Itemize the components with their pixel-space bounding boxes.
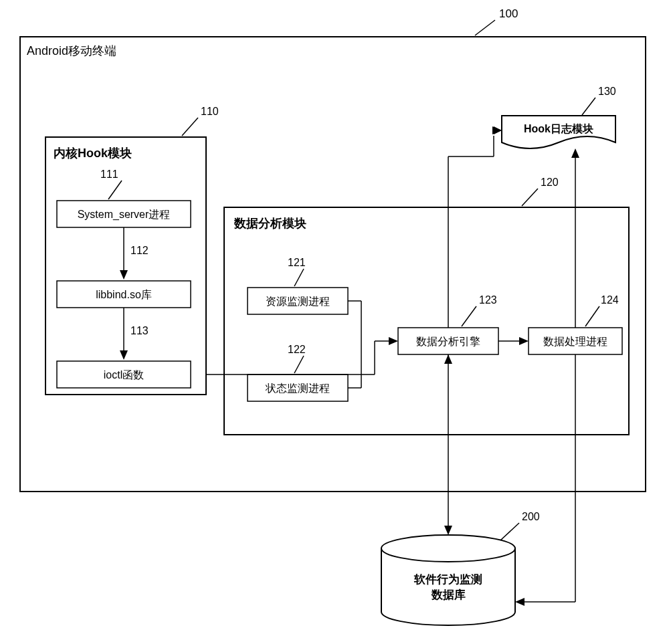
b124-text: 数据处理进程 (543, 336, 607, 347)
svg-line-14 (500, 523, 519, 540)
db-num: 200 (522, 511, 540, 522)
svg-marker-37 (571, 148, 579, 158)
svg-line-0 (475, 20, 495, 35)
b112-text: libbind.so库 (96, 289, 152, 300)
svg-marker-32 (492, 126, 502, 134)
db-text-l2: 数据库 (431, 588, 466, 601)
svg-marker-26 (444, 526, 452, 535)
b121-text: 资源监测进程 (266, 296, 330, 307)
b113-text: ioctl函数 (104, 369, 144, 381)
log-text: Hook日志模块 (524, 123, 593, 134)
svg-marker-6 (120, 350, 128, 360)
log-num: 130 (598, 86, 616, 97)
svg-point-13 (381, 535, 515, 562)
svg-line-8 (294, 269, 304, 286)
svg-line-9 (294, 356, 304, 373)
svg-line-11 (585, 306, 599, 326)
b122-text: 状态监测进程 (265, 383, 330, 394)
svg-line-1 (182, 118, 198, 136)
svg-marker-35 (515, 598, 524, 606)
b123-text: 数据分析引擎 (416, 336, 480, 347)
svg-line-12 (582, 98, 595, 115)
svg-marker-18 (389, 337, 398, 345)
data-analysis-module (224, 207, 629, 435)
svg-marker-24 (519, 337, 529, 345)
db-text-l1: 软件行为监测 (413, 573, 482, 586)
outer-title: Android移动终端 (27, 44, 116, 58)
svg-line-2 (108, 181, 122, 199)
svg-marker-27 (444, 354, 452, 364)
kernel-title: 内核Hook模块 (54, 146, 132, 160)
b122-num: 122 (288, 344, 306, 355)
b121-num: 121 (288, 257, 306, 268)
svg-marker-4 (120, 270, 128, 280)
kernel-num: 110 (201, 106, 219, 117)
b112-num: 112 (130, 245, 149, 256)
data-num: 120 (541, 177, 559, 188)
b124-num: 124 (601, 294, 619, 306)
svg-line-7 (522, 189, 538, 206)
outer-container (20, 37, 646, 492)
data-title: 数据分析模块 (233, 217, 306, 230)
behavior-db: 软件行为监测 数据库 (381, 535, 515, 625)
b113-num: 113 (130, 325, 149, 336)
kernel-module (45, 137, 206, 395)
outer-num: 100 (499, 7, 518, 20)
b123-num: 123 (479, 294, 497, 306)
b111-text: System_server进程 (78, 209, 171, 221)
architecture-diagram: Android移动终端 100 内核Hook模块 110 System_serv… (0, 0, 669, 644)
svg-line-10 (462, 306, 476, 326)
b111-num: 111 (100, 169, 118, 180)
